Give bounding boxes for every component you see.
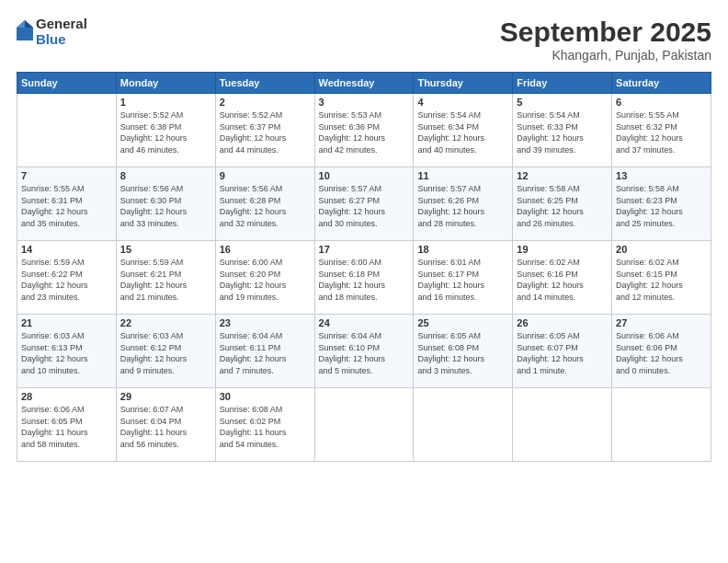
day-number: 18 — [417, 244, 508, 255]
day-detail: Sunrise: 6:00 AM Sunset: 6:18 PM Dayligh… — [319, 257, 410, 303]
col-sunday: Sunday — [17, 73, 117, 94]
table-row: 11Sunrise: 5:57 AM Sunset: 6:26 PM Dayli… — [414, 167, 513, 241]
table-row — [414, 388, 513, 462]
day-detail: Sunrise: 5:55 AM Sunset: 6:32 PM Dayligh… — [616, 109, 707, 155]
table-row — [513, 388, 612, 462]
day-number: 4 — [417, 97, 508, 108]
day-detail: Sunrise: 6:04 AM Sunset: 6:10 PM Dayligh… — [319, 330, 410, 376]
day-number: 30 — [220, 391, 311, 402]
table-row: 8Sunrise: 5:56 AM Sunset: 6:30 PM Daylig… — [116, 167, 215, 241]
calendar-week-row: 14Sunrise: 5:59 AM Sunset: 6:22 PM Dayli… — [17, 241, 711, 315]
logo-icon — [17, 20, 33, 40]
table-row: 17Sunrise: 6:00 AM Sunset: 6:18 PM Dayli… — [314, 241, 414, 315]
day-detail: Sunrise: 5:57 AM Sunset: 6:27 PM Dayligh… — [319, 183, 410, 229]
day-detail: Sunrise: 5:56 AM Sunset: 6:30 PM Dayligh… — [120, 183, 211, 229]
day-number: 17 — [319, 244, 410, 255]
day-detail: Sunrise: 6:05 AM Sunset: 6:07 PM Dayligh… — [517, 330, 608, 376]
day-detail: Sunrise: 6:01 AM Sunset: 6:17 PM Dayligh… — [417, 257, 508, 303]
table-row: 18Sunrise: 6:01 AM Sunset: 6:17 PM Dayli… — [414, 241, 513, 315]
day-detail: Sunrise: 6:08 AM Sunset: 6:02 PM Dayligh… — [220, 404, 311, 450]
table-row: 1Sunrise: 5:52 AM Sunset: 6:38 PM Daylig… — [116, 94, 215, 167]
calendar-week-row: 28Sunrise: 6:06 AM Sunset: 6:05 PM Dayli… — [17, 388, 711, 462]
svg-marker-1 — [25, 20, 33, 28]
table-row: 14Sunrise: 5:59 AM Sunset: 6:22 PM Dayli… — [17, 241, 117, 315]
day-number: 21 — [21, 317, 112, 328]
day-detail: Sunrise: 5:54 AM Sunset: 6:33 PM Dayligh… — [517, 109, 608, 155]
day-number: 27 — [616, 317, 707, 328]
logo: General Blue — [17, 17, 87, 47]
table-row: 5Sunrise: 5:54 AM Sunset: 6:33 PM Daylig… — [513, 94, 612, 167]
day-detail: Sunrise: 5:55 AM Sunset: 6:31 PM Dayligh… — [21, 183, 112, 229]
table-row: 28Sunrise: 6:06 AM Sunset: 6:05 PM Dayli… — [17, 388, 117, 462]
day-number: 16 — [220, 244, 311, 255]
day-detail: Sunrise: 5:58 AM Sunset: 6:25 PM Dayligh… — [517, 183, 608, 229]
day-detail: Sunrise: 6:02 AM Sunset: 6:15 PM Dayligh… — [616, 257, 707, 303]
table-row: 4Sunrise: 5:54 AM Sunset: 6:34 PM Daylig… — [414, 94, 513, 167]
location: Khangarh, Punjab, Pakistan — [500, 48, 711, 63]
table-row: 20Sunrise: 6:02 AM Sunset: 6:15 PM Dayli… — [612, 241, 711, 315]
month-title: September 2025 — [500, 17, 711, 48]
day-number: 28 — [21, 391, 112, 402]
day-detail: Sunrise: 6:04 AM Sunset: 6:11 PM Dayligh… — [220, 330, 311, 376]
table-row: 2Sunrise: 5:52 AM Sunset: 6:37 PM Daylig… — [215, 94, 314, 167]
table-row — [17, 94, 117, 167]
logo-general: General — [36, 17, 87, 32]
day-number: 24 — [319, 317, 410, 328]
day-detail: Sunrise: 6:06 AM Sunset: 6:05 PM Dayligh… — [21, 404, 112, 450]
table-row: 29Sunrise: 6:07 AM Sunset: 6:04 PM Dayli… — [116, 388, 215, 462]
table-row: 9Sunrise: 5:56 AM Sunset: 6:28 PM Daylig… — [215, 167, 314, 241]
col-friday: Friday — [513, 73, 612, 94]
day-detail: Sunrise: 6:07 AM Sunset: 6:04 PM Dayligh… — [120, 404, 211, 450]
table-row: 10Sunrise: 5:57 AM Sunset: 6:27 PM Dayli… — [314, 167, 414, 241]
table-row: 21Sunrise: 6:03 AM Sunset: 6:13 PM Dayli… — [17, 315, 117, 388]
day-number: 1 — [120, 97, 211, 108]
logo-blue: Blue — [36, 32, 87, 48]
day-number: 22 — [120, 317, 211, 328]
table-row: 7Sunrise: 5:55 AM Sunset: 6:31 PM Daylig… — [17, 167, 117, 241]
table-row: 22Sunrise: 6:03 AM Sunset: 6:12 PM Dayli… — [116, 315, 215, 388]
day-number: 7 — [21, 170, 112, 181]
table-row: 25Sunrise: 6:05 AM Sunset: 6:08 PM Dayli… — [414, 315, 513, 388]
day-detail: Sunrise: 5:58 AM Sunset: 6:23 PM Dayligh… — [616, 183, 707, 229]
table-row: 23Sunrise: 6:04 AM Sunset: 6:11 PM Dayli… — [215, 315, 314, 388]
day-detail: Sunrise: 6:03 AM Sunset: 6:12 PM Dayligh… — [120, 330, 211, 376]
table-row — [314, 388, 414, 462]
calendar-table: Sunday Monday Tuesday Wednesday Thursday… — [17, 72, 711, 462]
day-detail: Sunrise: 6:06 AM Sunset: 6:06 PM Dayligh… — [616, 330, 707, 376]
day-detail: Sunrise: 5:59 AM Sunset: 6:21 PM Dayligh… — [120, 257, 211, 303]
calendar-week-row: 7Sunrise: 5:55 AM Sunset: 6:31 PM Daylig… — [17, 167, 711, 241]
page: General Blue September 2025 Khangarh, Pu… — [0, 0, 728, 563]
day-number: 5 — [517, 97, 608, 108]
col-wednesday: Wednesday — [314, 73, 414, 94]
table-row: 24Sunrise: 6:04 AM Sunset: 6:10 PM Dayli… — [314, 315, 414, 388]
col-tuesday: Tuesday — [215, 73, 314, 94]
day-detail: Sunrise: 5:54 AM Sunset: 6:34 PM Dayligh… — [417, 109, 508, 155]
day-detail: Sunrise: 6:03 AM Sunset: 6:13 PM Dayligh… — [21, 330, 112, 376]
calendar-header-row: Sunday Monday Tuesday Wednesday Thursday… — [17, 73, 711, 94]
table-row: 26Sunrise: 6:05 AM Sunset: 6:07 PM Dayli… — [513, 315, 612, 388]
day-detail: Sunrise: 6:05 AM Sunset: 6:08 PM Dayligh… — [417, 330, 508, 376]
table-row: 19Sunrise: 6:02 AM Sunset: 6:16 PM Dayli… — [513, 241, 612, 315]
table-row: 30Sunrise: 6:08 AM Sunset: 6:02 PM Dayli… — [215, 388, 314, 462]
day-number: 25 — [417, 317, 508, 328]
svg-marker-2 — [17, 20, 25, 28]
day-number: 2 — [220, 97, 311, 108]
day-number: 8 — [120, 170, 211, 181]
day-detail: Sunrise: 6:02 AM Sunset: 6:16 PM Dayligh… — [517, 257, 608, 303]
table-row: 27Sunrise: 6:06 AM Sunset: 6:06 PM Dayli… — [612, 315, 711, 388]
day-number: 6 — [616, 97, 707, 108]
day-detail: Sunrise: 5:59 AM Sunset: 6:22 PM Dayligh… — [21, 257, 112, 303]
day-number: 23 — [220, 317, 311, 328]
day-detail: Sunrise: 5:56 AM Sunset: 6:28 PM Dayligh… — [220, 183, 311, 229]
calendar-week-row: 1Sunrise: 5:52 AM Sunset: 6:38 PM Daylig… — [17, 94, 711, 167]
table-row: 12Sunrise: 5:58 AM Sunset: 6:25 PM Dayli… — [513, 167, 612, 241]
calendar-week-row: 21Sunrise: 6:03 AM Sunset: 6:13 PM Dayli… — [17, 315, 711, 388]
title-block: September 2025 Khangarh, Punjab, Pakista… — [500, 17, 711, 63]
header: General Blue September 2025 Khangarh, Pu… — [17, 17, 711, 63]
table-row: 15Sunrise: 5:59 AM Sunset: 6:21 PM Dayli… — [116, 241, 215, 315]
day-number: 15 — [120, 244, 211, 255]
day-number: 29 — [120, 391, 211, 402]
day-number: 12 — [517, 170, 608, 181]
day-detail: Sunrise: 5:52 AM Sunset: 6:38 PM Dayligh… — [120, 109, 211, 155]
day-number: 13 — [616, 170, 707, 181]
